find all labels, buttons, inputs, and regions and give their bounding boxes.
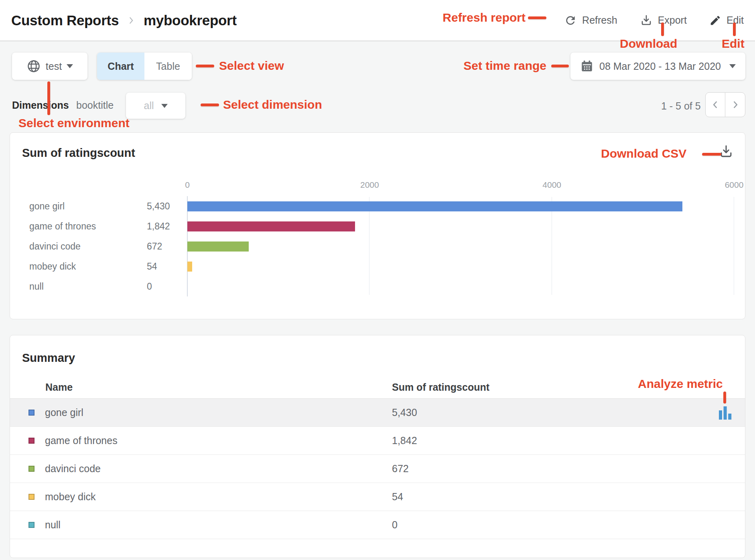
chart-row: game of thrones1,842: [10, 216, 734, 236]
table-cell-name: game of thrones: [10, 435, 384, 446]
column-header-name: Name: [10, 381, 384, 393]
chart-category-label: gone girl: [10, 201, 135, 212]
tab-table[interactable]: Table: [144, 53, 192, 80]
annotation-set-time-range: Set time range: [463, 59, 546, 73]
summary-title: Summary: [22, 351, 75, 365]
table-cell-name: davinci code: [10, 463, 384, 475]
chart-bar: [187, 262, 192, 272]
table-cell-action: [697, 405, 745, 420]
next-page-button[interactable]: [725, 93, 745, 117]
date-range-value: 08 Mar 2020 - 13 Mar 2020: [599, 61, 721, 72]
export-download-icon: [640, 14, 653, 27]
summary-table-header: Name Sum of ratingscount: [10, 376, 745, 399]
chart-value-label: 672: [135, 241, 187, 252]
download-csv-icon: [718, 144, 734, 159]
breadcrumb-current: mybookreport: [144, 12, 237, 28]
chart-title: Sum of ratingscount: [22, 146, 135, 160]
globe-icon: [26, 59, 41, 73]
table-row: null0: [10, 511, 745, 539]
header-actions: Refresh Export Edit: [564, 14, 744, 27]
download-csv-button[interactable]: [718, 144, 734, 159]
edit-button[interactable]: Edit: [709, 14, 744, 26]
annotation-refresh-report: Refresh report: [442, 11, 526, 24]
chart-bar: [187, 241, 249, 252]
caret-down-icon: [729, 64, 736, 68]
chart-value-label: 0: [135, 281, 187, 292]
chart-bar-zone: [187, 262, 734, 272]
analyze-metric-button[interactable]: [718, 405, 732, 420]
table-row: gone girl5,430: [10, 399, 745, 427]
annotation-select-dimension: Select dimension: [223, 98, 322, 112]
row-name-text: davinci code: [45, 463, 101, 475]
annotation-line: [733, 22, 736, 36]
x-axis-tick-label: 6000: [725, 180, 744, 190]
annotation-dash: [702, 153, 721, 156]
annotation-line: [661, 22, 664, 36]
table-cell-name: null: [10, 519, 384, 531]
refresh-icon: [564, 14, 577, 27]
environment-selector[interactable]: test: [12, 53, 87, 80]
chart-category-label: mobey dick: [10, 261, 135, 272]
calendar-icon: [580, 59, 594, 73]
legend-swatch: [28, 438, 35, 444]
annotation-dash: [196, 65, 214, 67]
row-name-text: game of thrones: [45, 435, 118, 446]
row-name-text: null: [45, 519, 61, 531]
date-range-selector[interactable]: 08 Mar 2020 - 13 Mar 2020: [570, 53, 745, 80]
analyze-bars-icon: [718, 405, 732, 420]
chart-value-label: 5,430: [135, 201, 187, 212]
chart-rows: gone girl5,430game of thrones1,842davinc…: [10, 196, 734, 296]
dimension-filter-dropdown[interactable]: all: [126, 93, 185, 119]
chart-category-label: game of thrones: [10, 221, 135, 232]
dimensions-label: Dimensions: [12, 99, 69, 111]
previous-page-button[interactable]: [706, 93, 725, 117]
annotation-select-view: Select view: [219, 59, 284, 73]
dimension-filter-value: all: [144, 100, 154, 112]
table-cell-value: 672: [384, 463, 697, 475]
tab-chart[interactable]: Chart: [97, 53, 144, 80]
table-row: mobey dick54: [10, 483, 745, 511]
annotation-dash: [551, 65, 569, 67]
chart-row: null0: [10, 276, 734, 296]
annotation-analyze-metric: Analyze metric: [638, 377, 723, 391]
table-row: davinci code672: [10, 455, 745, 483]
edit-pencil-icon: [709, 14, 721, 26]
table-cell-name: gone girl: [10, 407, 384, 418]
annotation-edit: Edit: [722, 37, 745, 51]
chart-bar: [187, 221, 355, 231]
chart-row: gone girl5,430: [10, 196, 734, 216]
caret-down-icon: [67, 64, 73, 68]
breadcrumb-root[interactable]: Custom Reports: [11, 12, 119, 28]
page-header: Custom Reports mybookreport Refresh Expo…: [0, 0, 755, 41]
row-name-text: mobey dick: [45, 491, 95, 503]
x-axis-tick-label: 2000: [360, 180, 379, 190]
chart-bar: [187, 201, 682, 211]
table-cell-name: mobey dick: [10, 491, 384, 503]
chart-category-label: davinci code: [10, 241, 135, 252]
chart-row: davinci code672: [10, 236, 734, 256]
annotation-dash: [528, 16, 546, 19]
caret-down-icon: [161, 104, 168, 108]
x-axis-tick-label: 4000: [542, 180, 561, 190]
row-name-text: gone girl: [45, 407, 83, 418]
refresh-button[interactable]: Refresh: [564, 14, 617, 27]
chart-value-label: 54: [135, 261, 187, 272]
x-axis: 0200040006000: [187, 180, 734, 192]
annotation-download-csv: Download CSV: [601, 147, 686, 160]
chevron-right-icon: [730, 99, 741, 110]
legend-swatch: [28, 466, 35, 472]
chart-row: mobey dick54: [10, 256, 734, 276]
summary-card: Summary Name Sum of ratingscount gone gi…: [10, 335, 745, 558]
refresh-label: Refresh: [582, 14, 617, 26]
annotation-line: [47, 81, 50, 115]
chart-bar-zone: [187, 201, 734, 211]
chevron-left-icon: [710, 99, 720, 110]
annotation-line: [723, 392, 726, 404]
chart-value-label: 1,842: [135, 221, 187, 232]
chart-bar-zone: [187, 221, 734, 231]
chart-bar-zone: [187, 282, 734, 292]
annotation-dash: [201, 103, 219, 106]
breadcrumb-chevron-icon: [126, 14, 136, 26]
annotation-select-environment: Select environment: [18, 116, 130, 130]
pagination-label: 1 - 5 of 5: [661, 100, 701, 112]
